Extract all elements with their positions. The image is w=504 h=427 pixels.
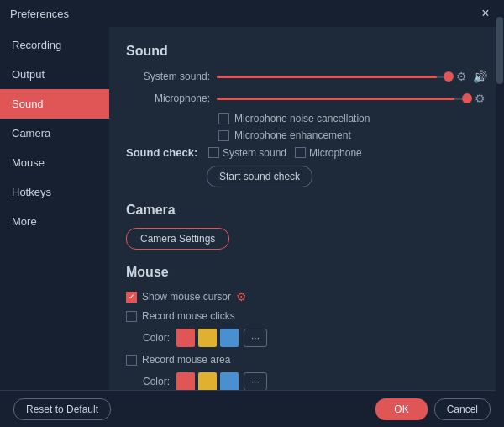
microphone-thumb <box>462 93 472 103</box>
footer: Reset to Default OK Cancel <box>0 390 504 427</box>
more-colors-button-2[interactable]: ··· <box>244 372 267 390</box>
system-sound-speaker-icon: 🔊 <box>472 69 487 84</box>
scrollbar-thumb[interactable] <box>496 27 503 84</box>
record-area-row: Record mouse area <box>126 354 487 366</box>
system-sound-thumb <box>444 71 454 82</box>
color-swatch-yellow-2[interactable] <box>198 372 217 390</box>
mouse-heading: Mouse <box>126 265 487 280</box>
noise-cancel-checkbox[interactable] <box>218 113 229 124</box>
sidebar-item-more[interactable]: More <box>0 207 109 236</box>
mouse-color-row-2: Color: ··· <box>143 372 487 390</box>
show-cursor-row: Show mouse cursor ⚙ <box>126 290 487 303</box>
color-swatch-blue-1[interactable] <box>220 329 239 347</box>
sound-check-label: Sound check: <box>126 146 202 159</box>
color-label-1: Color: <box>143 332 170 344</box>
sidebar-item-hotkeys[interactable]: Hotkeys <box>0 177 109 207</box>
show-cursor-checkbox[interactable] <box>126 292 137 303</box>
cancel-button[interactable]: Cancel <box>434 398 491 420</box>
record-area-label: Record mouse area <box>142 354 230 366</box>
sound-check-system-checkbox[interactable] <box>208 147 219 158</box>
content-area: Sound System sound: ⚙ 🔊 Microphone: <box>109 27 504 390</box>
ok-button[interactable]: OK <box>375 398 427 420</box>
sound-check-row: Sound check: System sound Microphone <box>126 146 487 159</box>
system-sound-slider-container <box>217 71 449 82</box>
color-label-2: Color: <box>143 376 170 387</box>
show-cursor-label: Show mouse cursor <box>142 291 231 303</box>
sidebar-item-mouse[interactable]: Mouse <box>0 148 109 177</box>
dialog-title: Preferences <box>10 8 69 20</box>
scrollbar-track <box>496 27 504 390</box>
camera-settings-button[interactable]: Camera Settings <box>126 228 229 250</box>
title-bar: Preferences × <box>0 0 504 27</box>
reset-to-default-button[interactable]: Reset to Default <box>13 398 111 420</box>
sidebar-item-recording[interactable]: Recording <box>0 30 109 60</box>
system-sound-track[interactable] <box>217 76 449 78</box>
sidebar-item-output[interactable]: Output <box>0 60 109 89</box>
footer-actions: OK Cancel <box>375 398 491 420</box>
main-layout: Recording Output Sound Camera Mouse Hotk… <box>0 27 504 390</box>
sidebar-item-camera[interactable]: Camera <box>0 119 109 148</box>
show-cursor-gear-icon[interactable]: ⚙ <box>236 290 247 303</box>
color-swatch-blue-2[interactable] <box>220 372 239 390</box>
color-swatch-red-1[interactable] <box>176 329 195 347</box>
microphone-slider-container <box>217 92 467 104</box>
enhancement-label: Microphone enhancement <box>234 129 351 141</box>
enhancement-row: Microphone enhancement <box>218 129 487 141</box>
microphone-track[interactable] <box>217 98 467 100</box>
sound-check-microphone-label: Microphone <box>309 147 362 159</box>
color-swatch-yellow-1[interactable] <box>198 329 217 347</box>
enhancement-checkbox[interactable] <box>218 130 229 141</box>
noise-cancel-label: Microphone noise cancellation <box>234 113 370 124</box>
noise-cancel-row: Microphone noise cancellation <box>218 113 487 124</box>
microphone-gear-icon[interactable]: ⚙ <box>472 91 487 106</box>
record-clicks-row: Record mouse clicks <box>126 310 487 322</box>
close-button[interactable]: × <box>477 5 494 22</box>
sound-check-system-label: System sound <box>223 147 286 159</box>
system-sound-fill <box>217 76 437 78</box>
sound-check-microphone-checkbox[interactable] <box>295 147 306 158</box>
microphone-row: Microphone: ⚙ <box>126 91 487 106</box>
system-sound-row: System sound: ⚙ 🔊 <box>126 69 487 84</box>
sound-check-system-option: System sound <box>208 147 286 159</box>
sidebar-item-sound[interactable]: Sound <box>0 89 109 119</box>
color-swatch-red-2[interactable] <box>176 372 195 390</box>
system-sound-label: System sound: <box>126 71 210 82</box>
preferences-dialog: Preferences × Recording Output Sound Cam… <box>0 0 504 427</box>
sidebar: Recording Output Sound Camera Mouse Hotk… <box>0 27 109 390</box>
record-clicks-checkbox[interactable] <box>126 311 137 322</box>
system-sound-gear-icon[interactable]: ⚙ <box>454 69 469 84</box>
record-clicks-label: Record mouse clicks <box>142 310 235 322</box>
record-area-checkbox[interactable] <box>126 355 137 366</box>
start-sound-check-button[interactable]: Start sound check <box>207 166 312 187</box>
camera-heading: Camera <box>126 203 487 218</box>
sound-heading: Sound <box>126 44 487 59</box>
sound-check-microphone-option: Microphone <box>295 147 362 159</box>
microphone-fill <box>217 98 454 100</box>
more-colors-button-1[interactable]: ··· <box>244 329 267 347</box>
microphone-label: Microphone: <box>126 92 210 104</box>
mouse-color-row-1: Color: ··· <box>143 329 487 347</box>
